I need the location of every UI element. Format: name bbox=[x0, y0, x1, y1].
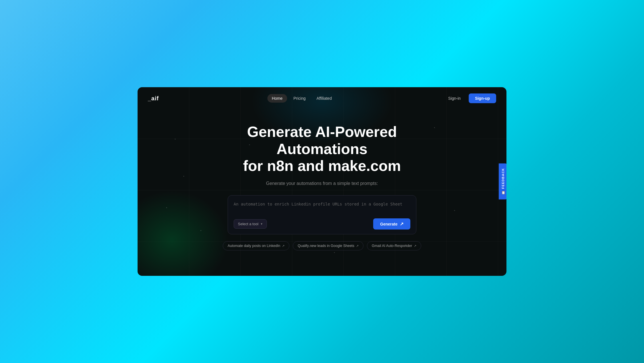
tool-select-label: Select a tool bbox=[238, 222, 259, 226]
nav-links: Home Pricing Affiliated bbox=[267, 94, 337, 103]
suggestion-chip-0[interactable]: Automate daily posts on LinkedIn ↗ bbox=[223, 241, 289, 250]
feedback-icon: 📋 bbox=[501, 191, 505, 195]
suggestion-chip-1[interactable]: Qualify new leads in Google Sheets ↗ bbox=[293, 241, 363, 250]
hero-headline: Generate AI-Powered Automations for n8n … bbox=[219, 123, 425, 175]
prompt-textarea[interactable] bbox=[234, 201, 410, 213]
nav-affiliated[interactable]: Affiliated bbox=[312, 94, 336, 103]
suggestion-chip-2[interactable]: Gmail AI Auto-Responder ↗ bbox=[367, 241, 421, 250]
nav-right: Sign-in Sign-up bbox=[445, 93, 496, 103]
chevron-down-icon: ▾ bbox=[261, 222, 263, 226]
input-bottom-row: Select a tool ▾ Generate ↗ bbox=[234, 218, 410, 230]
generate-button[interactable]: Generate ↗ bbox=[373, 218, 410, 230]
nav-home[interactable]: Home bbox=[267, 94, 287, 103]
nav-pricing[interactable]: Pricing bbox=[289, 94, 310, 103]
external-link-icon: ↗ bbox=[356, 244, 359, 248]
sign-in-link[interactable]: Sign-in bbox=[445, 94, 464, 103]
external-link-icon: ↗ bbox=[282, 244, 285, 248]
external-link-icon: ↗ bbox=[414, 244, 416, 248]
hero-subheadline: Generate your automations from a simple … bbox=[266, 181, 378, 186]
main-content: Generate AI-Powered Automations for n8n … bbox=[138, 109, 506, 276]
logo: _aif bbox=[148, 95, 159, 102]
feedback-tab[interactable]: 📋 FEEDBACK bbox=[499, 163, 506, 200]
arrow-icon: ↗ bbox=[400, 221, 404, 227]
tool-select-dropdown[interactable]: Select a tool ▾ bbox=[234, 219, 267, 229]
sign-up-button[interactable]: Sign-up bbox=[469, 93, 496, 103]
navbar: _aif Home Pricing Affiliated Sign-in Sig… bbox=[138, 87, 506, 109]
prompt-input-container: Select a tool ▾ Generate ↗ bbox=[228, 195, 416, 234]
suggestions-row: Automate daily posts on LinkedIn ↗ Quali… bbox=[223, 241, 421, 250]
